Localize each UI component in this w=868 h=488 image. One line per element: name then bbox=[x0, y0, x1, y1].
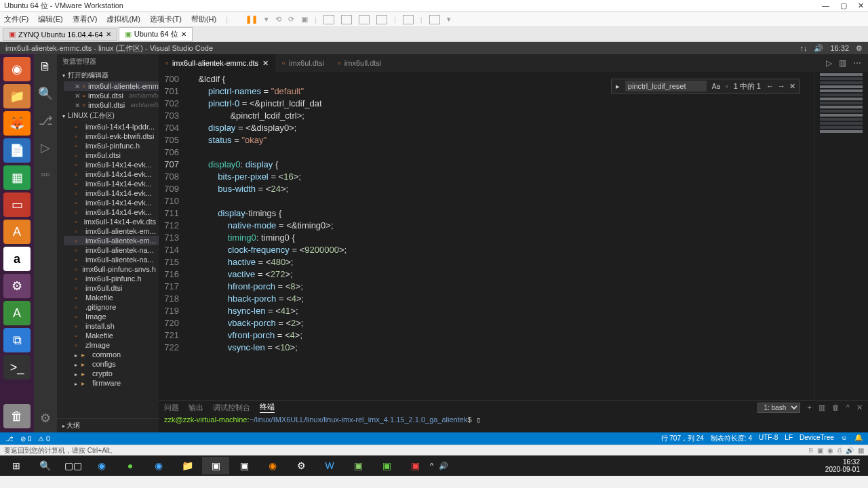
status-cursor[interactable]: 行 707，列 24 bbox=[661, 434, 704, 443]
tree-item[interactable]: ▫imx6ull-alientek-em... bbox=[64, 226, 159, 236]
tree-folder[interactable]: ▸firmware bbox=[64, 378, 159, 388]
prev-icon[interactable]: ← bbox=[766, 82, 774, 91]
tray-icon[interactable]: ⎘ bbox=[809, 447, 813, 454]
launcher-writer[interactable]: 📄 bbox=[3, 138, 31, 163]
menu-tabs[interactable]: 选项卡(T) bbox=[150, 14, 182, 24]
open-editors-section[interactable]: 打开的编辑器 bbox=[57, 69, 159, 81]
tray-icon[interactable]: ⎙ bbox=[837, 447, 842, 454]
launcher-files[interactable]: 📁 bbox=[3, 84, 31, 108]
panel-tab-terminal[interactable]: 终端 bbox=[260, 402, 275, 413]
maximize-icon[interactable]: ^ bbox=[846, 403, 850, 411]
taskbar-app[interactable]: ◉ bbox=[88, 457, 115, 474]
tree-item[interactable]: ▫imx6ull-14x14-evk... bbox=[64, 169, 159, 179]
taskview-button[interactable]: ▢▢ bbox=[60, 457, 87, 474]
menu-vm[interactable]: 虚拟机(M) bbox=[106, 14, 140, 24]
tray-chevron-icon[interactable]: ^ bbox=[430, 462, 433, 470]
tree-folder[interactable]: ▸crypto bbox=[64, 369, 159, 378]
tree-item[interactable]: ▫imx6ull-alientek-na... bbox=[64, 255, 159, 264]
taskbar-app[interactable]: ▣ bbox=[373, 457, 400, 474]
debug-icon[interactable]: ▷ bbox=[41, 140, 50, 155]
close-icon[interactable]: ✕ bbox=[106, 30, 111, 38]
status-warnings[interactable]: ⚠ 0 bbox=[38, 435, 50, 443]
tray-icon[interactable]: ▦ bbox=[858, 447, 864, 454]
more-icon[interactable]: ⋯ bbox=[853, 58, 861, 68]
tree-item[interactable]: ▫Makefile bbox=[64, 331, 159, 340]
tree-item[interactable]: ▫imx6ull-14x14-evk... bbox=[64, 179, 159, 188]
tree-item[interactable]: ▫imx6ull-alientek-em... bbox=[64, 236, 159, 245]
close-panel-icon[interactable]: ✕ bbox=[856, 403, 863, 412]
taskbar-app[interactable]: ▣ bbox=[401, 457, 429, 474]
tree-item[interactable]: ▫imx6ull-pinfunc.h bbox=[64, 274, 159, 283]
tree-item[interactable]: ▫imx6ul.dtsi bbox=[64, 150, 159, 160]
launcher-calc[interactable]: ▦ bbox=[3, 165, 31, 190]
sort-icon[interactable]: ↑↓ bbox=[800, 44, 807, 52]
tree-folder[interactable]: ▸common bbox=[64, 350, 159, 359]
editor-tab[interactable]: ▫ imx6ull.dtsi bbox=[331, 54, 388, 72]
taskbar-app[interactable]: ▣ bbox=[344, 457, 372, 474]
tree-item[interactable]: ▫imx6ull.dtsi bbox=[64, 283, 159, 293]
status-tabsize[interactable]: 制表符长度: 4 bbox=[711, 434, 752, 443]
terminal-content[interactable]: zzk@zzk-virtual-machine:~/linux/IMX6ULL/… bbox=[159, 414, 868, 432]
outline-section[interactable]: 大纲 bbox=[57, 418, 159, 432]
launcher-updater[interactable]: A bbox=[3, 301, 31, 325]
next-icon[interactable]: → bbox=[778, 82, 785, 91]
close-icon[interactable]: ✕ bbox=[262, 59, 269, 68]
tree-item[interactable]: ▫imx6ull-alientek-na... bbox=[64, 245, 159, 255]
split-terminal-icon[interactable]: ▥ bbox=[818, 403, 825, 412]
status-feedback[interactable]: ☺ bbox=[841, 434, 848, 443]
status-errors[interactable]: ⊘ 0 bbox=[20, 435, 31, 443]
open-editor-item[interactable]: ✕▫ imx6ull.dtsiarch/arm/boot/dts bbox=[64, 100, 159, 110]
find-input[interactable] bbox=[625, 81, 707, 92]
close-button[interactable]: ✕ bbox=[858, 1, 864, 10]
taskbar-vmware[interactable]: ▣ bbox=[202, 457, 229, 474]
workspace-section[interactable]: LINUX (工作区) bbox=[57, 110, 159, 122]
launcher-trash[interactable]: 🗑 bbox=[3, 404, 31, 428]
editor-tab[interactable]: ▫ imx6ul.dtsi bbox=[275, 54, 331, 72]
tree-item[interactable]: ▫.gitignore bbox=[64, 302, 159, 312]
taskbar-word[interactable]: W bbox=[316, 457, 343, 474]
menu-edit[interactable]: 编辑(E) bbox=[38, 14, 63, 24]
panel-tab[interactable]: 调试控制台 bbox=[213, 403, 250, 413]
tree-item[interactable]: ▫install.sh bbox=[64, 321, 159, 331]
extensions-icon[interactable]: ▫▫ bbox=[41, 167, 50, 182]
tree-item[interactable]: ▫Makefile bbox=[64, 293, 159, 302]
launcher-impress[interactable]: ▭ bbox=[3, 192, 31, 217]
taskbar-app[interactable]: ▣ bbox=[231, 457, 258, 474]
panel-tab[interactable]: 问题 bbox=[164, 403, 179, 413]
menu-view[interactable]: 查看(V) bbox=[73, 14, 98, 24]
snapshot-icon[interactable]: ⟳ bbox=[288, 15, 294, 24]
snapshot-mgr-icon[interactable]: ▣ bbox=[301, 15, 308, 24]
minimize-button[interactable]: — bbox=[822, 1, 829, 10]
expand-icon[interactable]: ▸ bbox=[616, 82, 620, 91]
tree-item[interactable]: ▫imx6ull-14x14-evk... bbox=[64, 207, 159, 217]
settings-icon[interactable]: ⚙ bbox=[40, 411, 51, 426]
tray-icon[interactable]: 🔊 bbox=[846, 447, 854, 454]
tree-item[interactable]: ▫imx6ul-pinfunc.h bbox=[64, 141, 159, 150]
explorer-icon[interactable]: 🗎 bbox=[39, 60, 52, 74]
status-lang[interactable]: DeviceTree bbox=[800, 434, 834, 443]
gear-icon[interactable]: ⚙ bbox=[856, 44, 863, 53]
status-eol[interactable]: LF bbox=[785, 434, 793, 443]
search-button[interactable]: 🔍 bbox=[31, 457, 58, 474]
launcher-software[interactable]: A bbox=[3, 220, 31, 244]
tool-icon[interactable] bbox=[376, 15, 387, 24]
editor-tab-active[interactable]: ▫ imx6ull-alientek-emmc.dts ✕ bbox=[159, 54, 275, 72]
menu-help[interactable]: 帮助(H) bbox=[191, 14, 216, 24]
launcher-amazon[interactable]: a bbox=[3, 247, 31, 271]
tree-item[interactable]: ▫imx6ull-pinfunc-snvs.h bbox=[64, 264, 159, 274]
tool-icon[interactable] bbox=[429, 15, 440, 24]
tray-icon[interactable]: ▣ bbox=[817, 447, 823, 454]
launcher-terminal[interactable]: >_ bbox=[3, 355, 31, 380]
tree-item[interactable]: ▫imx6ull-14x14-evk.dts bbox=[64, 217, 159, 226]
minimap[interactable] bbox=[814, 72, 868, 400]
vm-tab-active[interactable]: ▣ Ubuntu 64 位 ✕ bbox=[119, 27, 193, 41]
open-editor-item[interactable]: ✕▫ imx6ul.dtsiarch/arm/boot/dts bbox=[64, 91, 159, 100]
taskbar-app[interactable]: ● bbox=[117, 457, 144, 474]
launcher-vscode[interactable]: ⧉ bbox=[3, 328, 31, 352]
tray-icon[interactable]: 🔊 bbox=[439, 462, 448, 470]
status-bell[interactable]: 🔔 bbox=[854, 434, 863, 443]
taskbar-app[interactable]: 📁 bbox=[174, 457, 201, 474]
taskbar-app[interactable]: ⚙ bbox=[288, 457, 315, 474]
launcher-home[interactable]: ◉ bbox=[3, 57, 31, 81]
fullscreen-icon[interactable] bbox=[403, 15, 414, 24]
